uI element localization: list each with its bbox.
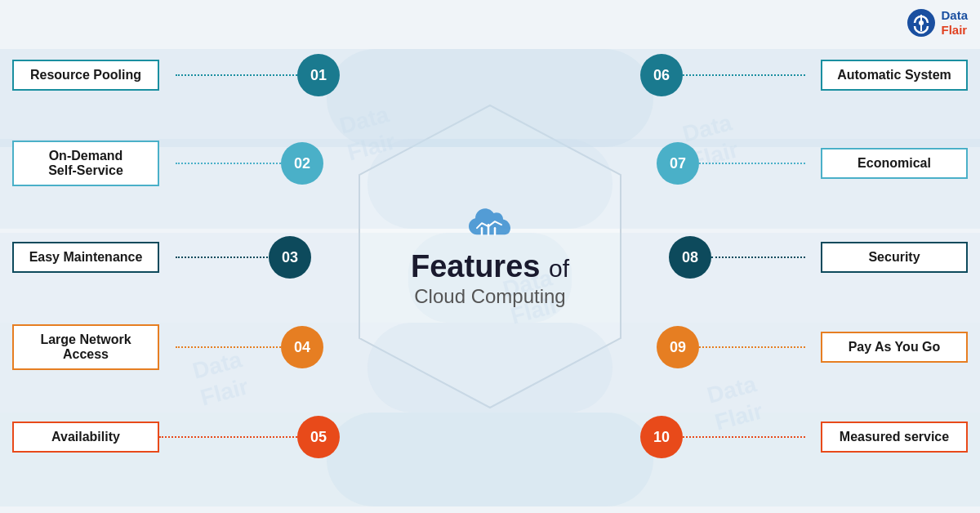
logo-text: Data Flair — [941, 8, 968, 38]
cloud-icon — [411, 205, 569, 243]
circle-01: 01 — [297, 54, 340, 96]
dot-line-04 — [176, 346, 283, 348]
feature-box-01: Resource Pooling — [12, 60, 159, 91]
circle-03: 03 — [269, 236, 311, 279]
circle-05: 05 — [297, 416, 340, 458]
dot-line-05 — [159, 436, 300, 438]
page-subtitle: Cloud Computing — [411, 285, 569, 308]
circle-09: 09 — [657, 326, 699, 368]
circle-04: 04 — [281, 326, 323, 368]
circle-02: 02 — [281, 142, 323, 185]
circle-06: 06 — [640, 54, 683, 96]
circle-10: 10 — [640, 416, 683, 458]
feature-box-02: On-Demand Self-Service — [12, 141, 159, 186]
dot-line-08 — [711, 256, 805, 258]
logo-icon — [906, 8, 936, 38]
center-content: Features of Cloud Computing — [411, 205, 569, 308]
feature-box-03: Easy Maintenance — [12, 242, 159, 273]
dot-line-02 — [176, 163, 283, 164]
feature-box-04: Large Network Access — [12, 324, 159, 370]
page-title: Features of — [411, 249, 569, 285]
feature-box-08: Security — [821, 242, 968, 273]
dot-line-09 — [699, 346, 805, 348]
feature-box-06: Automatic System — [821, 60, 968, 91]
dot-line-01 — [176, 74, 300, 76]
circle-07: 07 — [657, 142, 699, 185]
dot-line-03 — [176, 256, 271, 258]
feature-box-07: Economical — [821, 148, 968, 179]
circle-08: 08 — [669, 236, 711, 279]
feature-box-05: Availability — [12, 422, 159, 453]
logo: Data Flair — [906, 8, 968, 38]
dot-line-06 — [683, 74, 805, 76]
feature-box-10: Measured service — [821, 422, 968, 453]
dot-line-10 — [683, 436, 805, 438]
feature-box-09: Pay As You Go — [821, 332, 968, 363]
dot-line-07 — [699, 163, 805, 164]
